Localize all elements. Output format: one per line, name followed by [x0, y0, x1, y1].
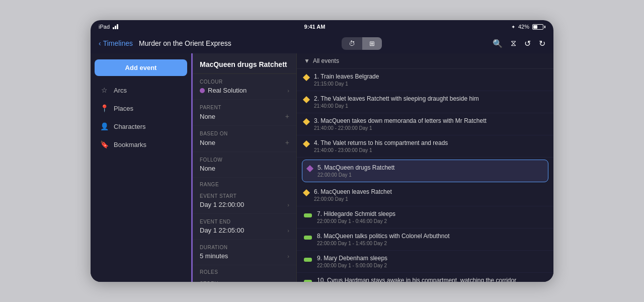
filter-icon[interactable]: ⧖ — [511, 39, 516, 48]
event-diamond-icon — [304, 117, 309, 126]
bluetooth-icon: ✦ — [511, 24, 515, 30]
timeline-event[interactable]: 1. Train leaves Belgrade 21:15:00 Day 1 — [297, 69, 553, 91]
event-content: 9. Mary Debenham sleeps 22:00:00 Day 1 -… — [317, 255, 546, 268]
add-event-button[interactable]: Add event — [95, 59, 187, 76]
redo-icon[interactable]: ↻ — [539, 39, 545, 48]
places-icon: 📍 — [100, 104, 109, 112]
undo-icon[interactable]: ↺ — [524, 39, 531, 48]
follow-value: None — [200, 165, 215, 172]
event-title: 1. Train leaves Belgrade — [314, 73, 546, 80]
timeline-panel: ▼ All events 1. Train leaves Belgrade 21… — [297, 53, 553, 282]
event-end-label: Event end — [200, 219, 289, 224]
event-diamond-icon — [307, 164, 312, 173]
based-on-section: Based on None + — [193, 126, 296, 152]
event-content: 2. The Valet leaves Ratchett with sleepi… — [314, 95, 546, 109]
follow-label: Follow — [200, 157, 289, 163]
timeline-event[interactable]: 6. MacQueen leaves Ratchet 22:00:00 Day … — [297, 184, 553, 206]
grid-view-button[interactable]: ⊞ — [362, 37, 382, 50]
sidebar-item-arcs[interactable]: ☆ Arcs — [95, 82, 187, 98]
follow-section: Follow None — [193, 152, 296, 178]
colour-dot — [200, 88, 205, 93]
colour-chevron-icon: › — [287, 88, 289, 94]
battery-percent: 42% — [518, 24, 529, 30]
colour-value: Real Solution — [208, 87, 247, 94]
event-title: 3. MacQueen takes down memoranda of lett… — [314, 117, 546, 124]
battery-indicator — [532, 24, 545, 30]
timeline-view-button[interactable]: ⏱ — [342, 37, 362, 50]
wifi-icon — [113, 24, 118, 29]
navigation-bar: ‹ Timelines Murder on the Orient Express… — [91, 33, 553, 53]
timeline-event[interactable]: 2. The Valet leaves Ratchett with sleepi… — [297, 91, 553, 113]
event-time: 21:15:00 Day 1 — [314, 81, 546, 87]
device-model: iPad — [99, 24, 110, 30]
back-button[interactable]: ‹ Timelines — [99, 39, 133, 47]
view-toggle: ⏱ ⊞ — [342, 37, 382, 50]
selected-timeline-event[interactable]: 5. MacQueen drugs Ratchett 22:00:00 Day … — [302, 160, 548, 182]
sidebar-item-places[interactable]: 📍 Places — [95, 100, 187, 116]
colour-value-row[interactable]: Real Solution › — [200, 87, 289, 94]
status-right: ✦ 42% — [511, 24, 545, 30]
range-section-label: RANGE — [193, 178, 296, 188]
event-diamond-icon — [304, 139, 309, 148]
parent-value-row[interactable]: None + — [200, 112, 289, 120]
sidebar-label-places: Places — [114, 105, 133, 112]
status-time: 9:41 AM — [304, 24, 326, 30]
based-on-add-icon[interactable]: + — [285, 138, 289, 146]
parent-add-icon[interactable]: + — [285, 112, 289, 120]
duration-section: Duration 5 minutes › — [193, 240, 296, 265]
timeline-event[interactable]: 4. The Valet returns to his compartment … — [297, 135, 553, 158]
bookmarks-icon: 🔖 — [100, 140, 109, 148]
app-body: Add event ☆ Arcs 📍 Places 👤 Characters 🔖… — [91, 53, 553, 282]
timeline-event[interactable]: 8. MacQueen talks politics with Colonel … — [297, 229, 553, 251]
accent-bar — [191, 53, 193, 282]
duration-chevron-icon: › — [287, 253, 289, 259]
event-content: 10. Cyrus Hardman stays awake in his com… — [317, 277, 546, 282]
event-content: 5. MacQueen drugs Ratchett 22:00:00 Day … — [317, 164, 543, 178]
timeline-event[interactable]: 3. MacQueen takes down memoranda of lett… — [297, 113, 553, 135]
nav-actions: 🔍 ⧖ ↺ ↻ — [493, 39, 545, 48]
detail-title: MacQueen drugs Ratchett — [193, 53, 296, 74]
all-events-label: All events — [313, 57, 339, 64]
event-time: 21:40:00 - 22:00:00 Day 1 — [314, 125, 546, 131]
event-content: 6. MacQueen leaves Ratchet 22:00:00 Day … — [314, 188, 546, 202]
collapse-icon[interactable]: ▼ — [304, 57, 310, 64]
event-content: 8. MacQueen talks politics with Colonel … — [317, 233, 546, 246]
sidebar-item-bookmarks[interactable]: 🔖 Bookmarks — [95, 136, 187, 153]
event-start-section: Event start Day 1 22:00:00 › — [193, 188, 296, 214]
event-title: 5. MacQueen drugs Ratchett — [317, 164, 543, 171]
event-content: 4. The Valet returns to his compartment … — [314, 139, 546, 153]
timeline-event[interactable]: 9. Mary Debenham sleeps 22:00:00 Day 1 -… — [297, 251, 553, 273]
back-label: Timelines — [103, 39, 133, 47]
event-time: 22:00:00 Day 1 - 1:45:00 Day 2 — [317, 241, 546, 246]
event-start-label: Event start — [200, 193, 289, 199]
detail-panel: MacQueen drugs Ratchett Colour Real Solu… — [191, 53, 297, 282]
event-title: 9. Mary Debenham sleeps — [317, 255, 546, 262]
story-section: Story Investigation + — [193, 276, 296, 282]
based-on-value: None — [200, 139, 215, 146]
timeline-event[interactable]: 10. Cyrus Hardman stays awake in his com… — [297, 273, 553, 282]
based-on-value-row[interactable]: None + — [200, 138, 289, 146]
event-time: 22:00:00 Day 1 — [317, 172, 543, 178]
event-title: 7. Hildegarde Schmidt sleeps — [317, 210, 546, 217]
event-content: 7. Hildegarde Schmidt sleeps 22:00:00 Da… — [317, 210, 546, 224]
page-title: Murder on the Orient Express — [139, 39, 231, 47]
event-end-chevron-icon: › — [287, 228, 289, 234]
event-start-value: Day 1 22:00:00 — [200, 201, 244, 208]
sidebar: Add event ☆ Arcs 📍 Places 👤 Characters 🔖… — [91, 53, 191, 282]
roles-section-label: ROLES — [193, 265, 296, 276]
sidebar-item-characters[interactable]: 👤 Characters — [95, 118, 187, 134]
sidebar-label-bookmarks: Bookmarks — [114, 141, 146, 148]
event-content: 1. Train leaves Belgrade 21:15:00 Day 1 — [314, 73, 546, 87]
event-end-value-row[interactable]: Day 1 22:05:00 › — [200, 226, 289, 234]
timeline-event[interactable]: 7. Hildegarde Schmidt sleeps 22:00:00 Da… — [297, 206, 553, 229]
parent-section: Parent None + — [193, 100, 296, 126]
event-start-value-row[interactable]: Day 1 22:00:00 › — [200, 201, 289, 208]
event-start-chevron-icon: › — [287, 202, 289, 208]
event-bar-icon — [304, 210, 312, 219]
search-icon[interactable]: 🔍 — [493, 39, 503, 48]
characters-icon: 👤 — [100, 122, 109, 130]
duration-value-row[interactable]: 5 minutes › — [200, 252, 289, 260]
arcs-icon: ☆ — [100, 86, 109, 94]
timeline-header: ▼ All events — [297, 53, 553, 69]
event-time: 22:00:00 Day 1 - 0:46:00 Day 2 — [317, 218, 546, 224]
